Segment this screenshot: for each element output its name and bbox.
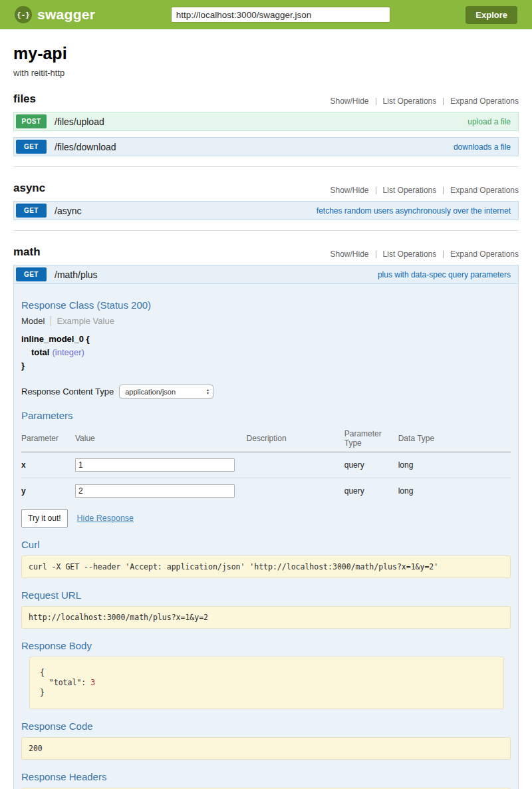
param-name: y	[21, 478, 75, 504]
explore-button[interactable]: Explore	[466, 6, 517, 24]
show-hide-link[interactable]: Show/Hide	[331, 186, 369, 195]
http-method-badge: GET	[16, 267, 47, 281]
col-header-data-type: Data Type	[398, 426, 511, 452]
operation-heading[interactable]: GET /math/plus plus with data-spec query…	[13, 265, 519, 284]
operation-path[interactable]: /math/plus	[55, 269, 98, 280]
resource-files-title[interactable]: files	[13, 92, 36, 106]
link-separator	[443, 98, 444, 105]
model-close-brace: }	[21, 361, 25, 371]
select-arrows-icon: ▲▼	[206, 389, 209, 395]
resource-math-title[interactable]: math	[13, 245, 41, 259]
response-body-value: 3	[90, 678, 95, 687]
list-operations-link[interactable]: List Operations	[383, 186, 437, 195]
parameters-title: Parameters	[21, 410, 511, 421]
response-content-type-label: Response Content Type	[21, 387, 114, 396]
http-method-badge: GET	[16, 204, 47, 218]
resource-files: files Show/Hide List Operations Expand O…	[13, 92, 519, 167]
param-row-y: y query long	[21, 478, 511, 504]
curl-command-box[interactable]: curl -X GET --header 'Accept: applicatio…	[21, 555, 511, 578]
list-operations-link[interactable]: List Operations	[383, 249, 437, 259]
response-content-type-select[interactable]: application/json ▲▼	[119, 385, 213, 398]
response-code-title: Response Code	[21, 720, 511, 732]
model-name: inline_model_0 {	[21, 334, 90, 344]
operation-path[interactable]: /files/upload	[55, 116, 104, 127]
operation-heading[interactable]: POST /files/upload upload a file	[13, 112, 519, 131]
param-data-type: long	[398, 478, 511, 504]
param-type: query	[344, 478, 398, 504]
expand-operations-link[interactable]: Expand Operations	[450, 96, 519, 106]
response-body-box[interactable]: { "total": 3 }	[29, 657, 504, 709]
link-separator	[443, 251, 444, 258]
operation-path[interactable]: /files/download	[55, 142, 116, 152]
operation-heading[interactable]: GET /files/download downloads a file	[13, 137, 519, 156]
tab-model[interactable]: Model	[21, 316, 51, 326]
operation-heading[interactable]: GET /async fetches random users asynchro…	[13, 201, 519, 220]
param-x-input[interactable]	[75, 458, 235, 472]
operation-detail-panel: Response Class (Status 200) ModelExample…	[13, 284, 519, 789]
col-header-value: Value	[75, 426, 247, 452]
expand-operations-link[interactable]: Expand Operations	[450, 249, 519, 259]
operation-get-async: GET /async fetches random users asynchro…	[13, 201, 519, 220]
request-url-title: Request URL	[21, 589, 511, 601]
api-title: my-api	[13, 44, 519, 63]
brand-text: swagger	[37, 7, 95, 23]
link-separator	[376, 251, 376, 258]
swagger-logo-icon: {-}	[15, 6, 32, 23]
response-body-json: { "total":	[40, 668, 90, 687]
param-name: x	[21, 452, 75, 478]
operation-path[interactable]: /async	[55, 206, 81, 216]
operation-summary[interactable]: plus with data-spec query parameters	[378, 270, 516, 279]
operation-post-files-upload: POST /files/upload upload a file	[13, 112, 519, 131]
response-headers-title: Response Headers	[21, 771, 511, 782]
curl-title: Curl	[21, 539, 511, 550]
api-description: with reitit-http	[13, 68, 519, 78]
model-property-name: total	[31, 347, 49, 357]
link-separator	[376, 187, 376, 194]
hide-response-link[interactable]: Hide Response	[77, 514, 134, 523]
model-tabs: ModelExample Value	[21, 316, 511, 326]
resource-math: math Show/Hide List Operations Expand Op…	[13, 245, 519, 789]
model-property-type: (integer)	[52, 347, 84, 357]
tab-example-value[interactable]: Example Value	[51, 316, 114, 326]
operation-get-math-plus: GET /math/plus plus with data-spec query…	[13, 265, 519, 789]
operation-get-files-download: GET /files/download downloads a file	[13, 137, 519, 156]
param-description	[247, 478, 344, 504]
parameters-table: Parameter Value Description Parameter Ty…	[21, 426, 511, 504]
link-separator	[443, 187, 444, 194]
col-header-parameter-type: Parameter Type	[344, 426, 398, 452]
selected-content-type: application/json	[125, 388, 206, 396]
resource-async: async Show/Hide List Operations Expand O…	[13, 182, 519, 231]
model-signature: inline_model_0 { total(integer) }	[21, 333, 511, 373]
operation-summary[interactable]: downloads a file	[454, 142, 516, 152]
show-hide-link[interactable]: Show/Hide	[331, 249, 369, 259]
swagger-brand[interactable]: {-} swagger	[15, 6, 95, 23]
topbar: {-} swagger Explore	[0, 0, 532, 29]
resource-async-title[interactable]: async	[13, 182, 45, 195]
response-class-title: Response Class (Status 200)	[21, 299, 511, 311]
param-type: query	[344, 452, 398, 478]
show-hide-link[interactable]: Show/Hide	[331, 96, 369, 106]
http-method-badge: GET	[16, 140, 47, 154]
http-method-badge: POST	[16, 114, 47, 128]
main-content: my-api with reitit-http files Show/Hide …	[0, 44, 532, 789]
col-header-parameter: Parameter	[21, 426, 75, 452]
operation-summary[interactable]: upload a file	[467, 117, 516, 126]
request-url-box[interactable]: http://localhost:3000/math/plus?x=1&y=2	[21, 606, 511, 629]
param-description	[247, 452, 344, 478]
response-body-title: Response Body	[21, 640, 511, 651]
try-it-out-button[interactable]: Try it out!	[21, 509, 68, 528]
operation-summary[interactable]: fetches random users asynchronously over…	[317, 206, 516, 216]
spec-url-input[interactable]	[171, 7, 390, 23]
param-y-input[interactable]	[75, 484, 235, 498]
expand-operations-link[interactable]: Expand Operations	[450, 186, 519, 195]
response-code-box[interactable]: 200	[21, 737, 511, 760]
col-header-description: Description	[247, 426, 344, 452]
list-operations-link[interactable]: List Operations	[383, 96, 437, 106]
param-row-x: x query long	[21, 452, 511, 478]
response-body-json-close: }	[40, 688, 45, 697]
api-info: my-api with reitit-http	[13, 44, 519, 78]
param-data-type: long	[398, 452, 511, 478]
link-separator	[376, 98, 376, 105]
